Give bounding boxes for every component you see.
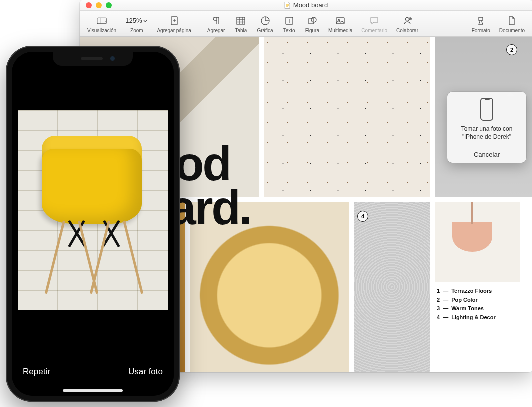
text-icon: T [284, 16, 294, 26]
iphone-device: Repetir Usar foto [6, 46, 180, 402]
image-tile-terrazzo[interactable] [264, 37, 430, 197]
table-icon [236, 16, 246, 26]
phone-icon [480, 98, 494, 121]
close-window-button[interactable] [86, 2, 92, 8]
toolbar: Visualización 125% Zoom Agregar página A… [80, 11, 532, 37]
popover-message: Tomar una foto con "iPhone de Derek" [452, 125, 522, 146]
window-controls [80, 2, 112, 8]
svg-rect-5 [237, 18, 245, 24]
svg-rect-15 [336, 18, 344, 24]
format-brush-icon [476, 16, 486, 26]
image-tile-fur[interactable] [354, 202, 430, 372]
add-page-icon [170, 16, 180, 26]
svg-point-17 [406, 18, 410, 21]
text-button[interactable]: T Texto [278, 12, 301, 36]
insert-button[interactable]: Agregar [203, 12, 230, 36]
image-tile-sofa[interactable] [190, 202, 349, 372]
table-button[interactable]: Tabla [230, 12, 252, 36]
legend-row: 4—Lighting & Decor [437, 314, 518, 322]
comment-button[interactable]: Comentario [357, 12, 392, 36]
minimize-window-button[interactable] [96, 2, 102, 8]
callout-marker-2[interactable]: 2 [506, 44, 518, 56]
image-tile-mirror[interactable] [525, 202, 532, 372]
legend-row: 3—Warm Tones [437, 304, 518, 314]
add-page-button[interactable]: Agregar página [152, 12, 196, 36]
camera-preview[interactable] [12, 52, 174, 348]
legend-row: 1—Terrazzo Floors [437, 287, 518, 296]
chart-button[interactable]: Gráfica [252, 12, 278, 36]
paragraph-icon [212, 16, 222, 26]
collaborate-button[interactable]: Colaborar [392, 12, 423, 36]
continuity-camera-popover: Tomar una foto con "iPhone de Derek" Can… [448, 92, 526, 163]
legend-list: 1—Terrazzo Floors2—Pop Color3—Warm Tones… [435, 282, 520, 327]
zoom-selector[interactable]: 125% Zoom [121, 12, 152, 36]
shape-button[interactable]: Figura [301, 12, 324, 36]
iphone-notch [53, 52, 133, 66]
zoom-window-button[interactable] [106, 2, 112, 8]
document-icon [507, 16, 517, 26]
svg-rect-0 [98, 18, 106, 24]
view-button[interactable]: Visualización [83, 12, 121, 36]
view-icon [97, 16, 107, 26]
document-icon [284, 2, 290, 9]
titlebar[interactable]: Mood board [80, 0, 532, 11]
camera-action-bar: Repetir Usar foto [12, 348, 174, 396]
lamp-and-legend[interactable]: 1—Terrazzo Floors2—Pop Color3—Warm Tones… [435, 202, 520, 372]
legend-row: 2—Pop Color [437, 296, 518, 305]
comment-icon [370, 16, 380, 26]
image-tile-lamp [435, 202, 520, 282]
collaborate-icon [402, 16, 412, 26]
svg-text:T: T [288, 18, 291, 24]
iphone-screen: Repetir Usar foto [12, 52, 174, 396]
shape-icon [308, 16, 318, 26]
retake-button[interactable]: Repetir [23, 367, 50, 377]
home-indicator[interactable] [63, 390, 123, 392]
document-button[interactable]: Documento [495, 12, 530, 36]
format-button[interactable]: Formato [468, 12, 495, 36]
zoom-value: 125% [126, 16, 148, 26]
media-icon [336, 16, 346, 26]
chart-icon [260, 16, 270, 26]
document-title: Mood board [80, 2, 532, 9]
callout-marker-4[interactable]: 4 [358, 211, 368, 222]
media-button[interactable]: Multimedia [324, 12, 357, 36]
popover-cancel-button[interactable]: Cancelar [452, 146, 522, 163]
use-photo-button[interactable]: Usar foto [128, 367, 163, 377]
captured-photo [18, 110, 168, 310]
